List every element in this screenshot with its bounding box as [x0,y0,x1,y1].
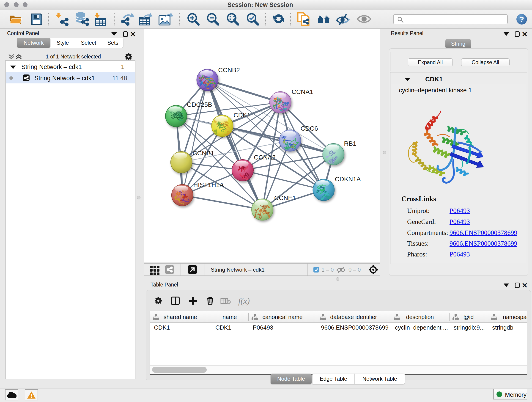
svg-text:RB1: RB1 [344,140,356,147]
svg-text:CDKN1A: CDKN1A [335,176,361,183]
svg-text:CCNB1: CCNB1 [193,150,215,157]
svg-text:CDK1: CDK1 [234,112,251,119]
svg-text:CCNA1: CCNA1 [292,88,313,95]
svg-text:CCNE1: CCNE1 [274,194,296,201]
svg-text:CCNB2: CCNB2 [218,66,240,74]
svg-text:CDC25B: CDC25B [187,101,212,108]
svg-text:HIST1H1A: HIST1H1A [193,181,224,188]
svg-text:CCNA2: CCNA2 [254,154,276,161]
svg-text:CDC6: CDC6 [301,125,318,132]
